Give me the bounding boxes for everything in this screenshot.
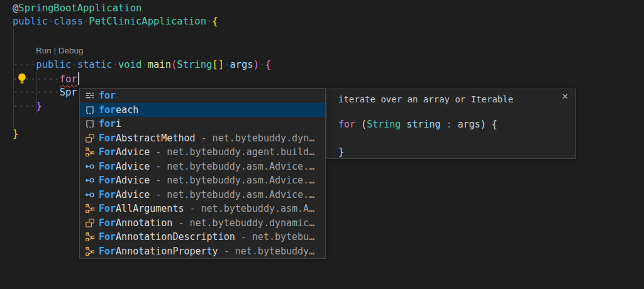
close-icon[interactable]: ✕ — [562, 92, 569, 102]
open-brace: { — [212, 16, 218, 27]
suggest-item-foradvice-asm-2[interactable]: ForAdvice - net.bytebuddy.asm.Advice.… — [80, 173, 325, 188]
code-line-class-declaration: public·class·PetClinicApplication·{ — [13, 15, 218, 28]
codelens: Run | Debug — [36, 45, 84, 56]
symbol-snippet-icon — [85, 119, 95, 129]
annotation-name: SpringBootApplication — [18, 3, 142, 14]
leading-whitespace: ···· — [13, 101, 36, 112]
suggest-item-fori[interactable]: fori — [80, 117, 325, 131]
suggest-item-foreach-selected[interactable]: foreach — [80, 103, 325, 117]
suggest-item-forannotation[interactable]: ForAnnotation - net.bytebuddy.dynamic… — [80, 216, 325, 231]
whitespace-dot: · — [83, 16, 89, 27]
whitespace-dot: · — [224, 59, 230, 70]
quickfix-lightbulb-icon[interactable] — [16, 73, 28, 84]
suggest-details-popup: iterate over an array or Iterable ✕ for … — [326, 89, 576, 159]
open-brace: { — [265, 59, 270, 70]
whitespace-dot: · — [113, 59, 118, 70]
suggest-item-forannotationproperty[interactable]: ForAnnotationProperty - net.bytebuddy… — [80, 244, 325, 259]
arg-args: args — [458, 119, 480, 130]
suggest-item-forannotationdescription[interactable]: ForAnnotationDescription - net.bytebu… — [80, 230, 325, 244]
type-string: String — [367, 119, 401, 130]
code-line-partial-spr: ········Spr — [13, 86, 77, 99]
kw-static: static — [77, 59, 113, 70]
suggest-item-foradvice-agent[interactable]: ForAdvice - net.bytebuddy.agent.build… — [80, 145, 325, 160]
var-string: string — [406, 119, 440, 130]
param-type: String — [177, 59, 212, 70]
suggest-details-summary: iterate over an array or Iterable — [338, 93, 513, 106]
symbol-misc-icon — [85, 246, 95, 256]
array-brackets: [] — [212, 59, 224, 70]
class-name: PetClinicApplication — [89, 16, 206, 27]
whitespace-dot: · — [259, 59, 265, 70]
kw-void: void — [118, 59, 142, 70]
close-brace: } — [36, 101, 42, 112]
symbol-class-icon — [85, 133, 95, 143]
codelens-debug-link[interactable]: Debug — [58, 46, 84, 55]
suggest-item-foradvice-asm-3[interactable]: ForAdvice - net.bytebuddy.asm.Advice.… — [80, 188, 325, 202]
symbol-misc-icon — [85, 147, 95, 157]
close-brace: } — [338, 146, 344, 158]
suggest-item-forabstractmethod[interactable]: ForAbstractMethod - net.bytebuddy.dyn… — [80, 131, 325, 146]
suggest-item-for[interactable]: for — [80, 89, 325, 103]
symbol-snippet-icon — [85, 105, 95, 115]
vscode-editor-screenshot: { "colors": { "editor_background": "#1e1… — [0, 0, 644, 289]
code-line-close-main: ····} — [13, 100, 42, 113]
suggest-item-foradvice-asm-1[interactable]: ForAdvice - net.bytebuddy.asm.Advice.… — [80, 160, 325, 174]
symbol-interface-icon — [85, 161, 95, 172]
codelens-separator: | — [52, 46, 58, 55]
symbol-interface-icon — [85, 190, 95, 200]
suggest-item-forallarguments[interactable]: ForAllArguments - net.bytebuddy.asm.A… — [80, 202, 325, 216]
symbol-keyword-icon — [85, 90, 95, 101]
leading-whitespace: ···· — [13, 59, 36, 70]
code-line-annotation: @SpringBootApplication — [13, 2, 142, 15]
whitespace-dot: · — [48, 16, 53, 27]
symbol-misc-icon — [85, 232, 95, 242]
symbol-misc-icon — [85, 204, 95, 214]
code-line-close-class: } — [13, 128, 18, 141]
symbol-interface-icon — [85, 175, 95, 185]
symbol-class-icon — [85, 218, 95, 228]
partial-word: Spr — [60, 87, 77, 98]
leading-whitespace: ········ — [13, 87, 60, 98]
whitespace-dot: · — [142, 59, 147, 70]
close-brace: } — [13, 128, 18, 139]
whitespace-dot: · — [206, 16, 212, 27]
suggest-details-code: for (String string : args) {} — [338, 117, 497, 159]
typed-keyword-for: for — [60, 74, 77, 85]
kw-public: public — [13, 16, 48, 27]
kw-class: class — [53, 16, 83, 27]
open-paren: ( — [171, 59, 177, 70]
text-cursor — [78, 72, 79, 85]
kw-public: public — [36, 59, 71, 70]
suggest-widget: for foreach fori ForAbstractMeth — [79, 88, 326, 259]
codelens-run-link[interactable]: Run — [36, 46, 52, 55]
code-line-main-method: ····public·static·void·main(String[]·arg… — [13, 58, 271, 72]
method-name: main — [148, 59, 171, 70]
annotation-at: @ — [13, 3, 18, 14]
kw-for: for — [338, 119, 355, 130]
param-name: args — [230, 59, 253, 70]
close-paren: ) — [253, 59, 259, 70]
whitespace-dot: · — [71, 59, 77, 70]
